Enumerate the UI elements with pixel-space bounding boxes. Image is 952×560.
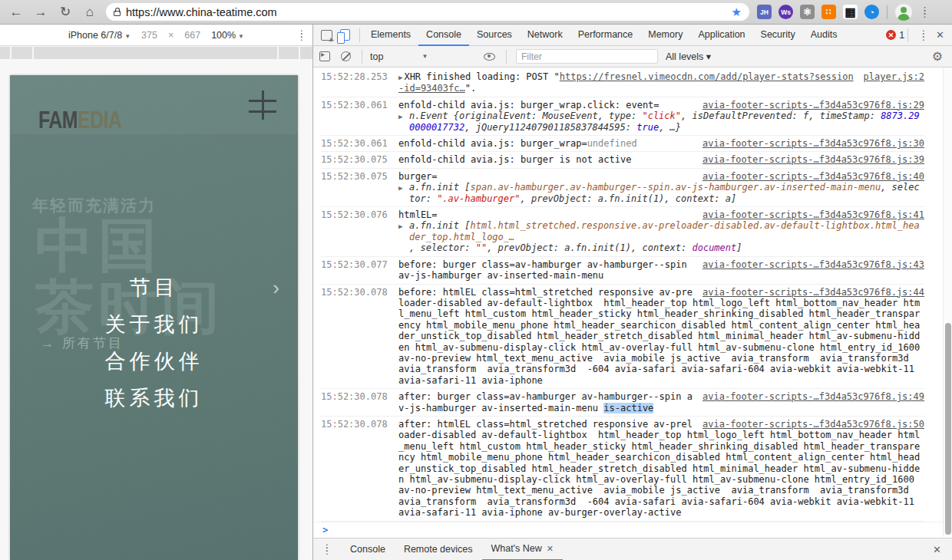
- jh-extension-icon[interactable]: JH: [757, 5, 772, 19]
- device-toolbar-menu-icon[interactable]: ⋮⋮: [297, 32, 306, 38]
- device-viewport: FAMEDIA 年轻而充满活力 中国 茶时间 → 所有节目 节目关于我们合作伙伴…: [10, 75, 298, 560]
- device-toolbar-toggle-icon[interactable]: [340, 29, 350, 41]
- message-text: after: htmlEL class=html_stretched respo…: [398, 419, 920, 518]
- device-select[interactable]: iPhone 6/7/8▼: [68, 30, 131, 41]
- console-message: 15:52:30.061avia-footer-scripts-…f3d4a53…: [321, 136, 924, 152]
- nav-item[interactable]: 节目: [10, 269, 298, 306]
- message-text: n.Event {originalEvent: MouseEvent, type…: [409, 110, 642, 121]
- inspect-element-icon[interactable]: [321, 30, 332, 41]
- logo-text-fam: FAM: [38, 107, 78, 134]
- toolbar-divider: [506, 50, 507, 64]
- tab-performance[interactable]: Performance: [570, 25, 641, 46]
- execution-context-select[interactable]: top ▼: [370, 51, 471, 62]
- message-text: , jQuery112407901185837844595:: [464, 122, 636, 133]
- message-text: enfold-child avia.js: burger is not acti…: [398, 154, 631, 165]
- expand-caret-icon[interactable]: ▶: [398, 183, 402, 193]
- expand-caret-icon[interactable]: ▶: [398, 111, 402, 122]
- drawer-close-icon[interactable]: ✕: [933, 544, 941, 555]
- source-link[interactable]: avia-footer-scripts-…f3d4a53c976f8.js:30: [702, 138, 924, 149]
- site-logo[interactable]: FAMEDIA: [38, 107, 122, 135]
- console-message: 15:52:30.078avia-footer-scripts-…f3d4a53…: [321, 389, 924, 417]
- tab-sources[interactable]: Sources: [469, 25, 520, 46]
- message-text: burger=: [398, 171, 438, 182]
- nav-item[interactable]: 联系我们: [10, 380, 298, 417]
- expand-caret-icon[interactable]: ▶: [398, 74, 402, 81]
- source-link[interactable]: avia-footer-scripts-…f3d4a53c976f8.js:29: [702, 100, 924, 110]
- drawer-tab-remote-devices[interactable]: Remote devices: [395, 539, 482, 560]
- devtools-menu-icon[interactable]: ⋮⋮: [919, 32, 928, 38]
- address-bar[interactable]: https://www.china-teatime.com ★: [106, 3, 749, 21]
- orange-extension-icon[interactable]: ∷: [821, 5, 836, 19]
- tab-elements[interactable]: Elements: [363, 25, 418, 46]
- message-text: , isDefaultPrevented:: [681, 110, 803, 121]
- message-text: ]: [736, 242, 742, 253]
- drawer-tab-console[interactable]: Console: [341, 539, 395, 560]
- drawer-tab-what-s-new[interactable]: What's New✕: [482, 539, 564, 560]
- device-height-field[interactable]: 667: [184, 30, 200, 41]
- message-timestamp: 15:52:30.078: [321, 391, 388, 413]
- blue-extension-icon[interactable]: ◔: [864, 5, 879, 19]
- nav-item[interactable]: 关于我们: [10, 306, 298, 343]
- home-icon[interactable]: ⌂: [81, 5, 98, 18]
- back-icon[interactable]: ←: [8, 5, 25, 18]
- browser-toolbar: ← → ↻ ⌂ https://www.china-teatime.com ★ …: [0, 0, 952, 25]
- tab-network[interactable]: Network: [520, 25, 570, 46]
- console-prompt[interactable]: >: [313, 522, 952, 538]
- message-body: player.js:2▶XHR finished loading: POST "…: [398, 71, 924, 94]
- expand-caret-icon[interactable]: ▶: [398, 221, 402, 232]
- message-timestamp: 15:52:28.253: [321, 71, 388, 94]
- console-message: 15:52:30.061avia-footer-scripts-…f3d4a53…: [321, 97, 924, 136]
- drawer-tab-close-icon[interactable]: ✕: [547, 538, 554, 559]
- console-scrollbar[interactable]: [943, 68, 952, 537]
- zoom-select[interactable]: 100%▼: [211, 30, 244, 41]
- tab-audits[interactable]: Audits: [803, 25, 845, 46]
- reload-icon[interactable]: ↻: [57, 5, 74, 18]
- tab-security[interactable]: Security: [753, 25, 803, 46]
- bookmark-star-icon[interactable]: ★: [732, 5, 742, 19]
- tab-memory[interactable]: Memory: [640, 25, 690, 46]
- object-preview: ▶a.fn.init [span.av-hamburger.av-hamburg…: [398, 182, 924, 204]
- scrollbar-thumb[interactable]: [945, 323, 951, 535]
- console-settings-gear-icon[interactable]: ⚙: [932, 49, 943, 64]
- devtools-close-icon[interactable]: ✕: [936, 29, 944, 41]
- message-text: document: [692, 242, 736, 253]
- qr-extension-icon[interactable]: ▦: [843, 5, 858, 19]
- message-body: avia-footer-scripts-…f3d4a53c976f8.js:41…: [398, 209, 924, 254]
- source-link[interactable]: player.js:2: [864, 71, 924, 82]
- source-link[interactable]: avia-footer-scripts-…f3d4a53c976f8.js:44: [702, 287, 924, 298]
- console-toolbar: top ▼ All levels ▾ ⚙: [313, 46, 952, 68]
- chevron-down-icon: ▼: [238, 33, 244, 40]
- ws-extension-icon[interactable]: Ws: [778, 5, 793, 19]
- log-levels-select[interactable]: All levels ▾: [666, 51, 711, 62]
- tabbar-divider: [907, 28, 908, 42]
- browser-menu-icon[interactable]: ⋮⋮: [920, 9, 929, 15]
- source-link[interactable]: avia-footer-scripts-…f3d4a53c976f8.js:50: [702, 419, 924, 430]
- device-emulation-pane: iPhone 6/7/8▼ 375 × 667 100%▼ ⋮⋮ FAMEDIA…: [0, 25, 313, 560]
- console-filter-input[interactable]: [516, 49, 658, 64]
- react-devtools-icon[interactable]: ⚛: [800, 5, 815, 19]
- source-link[interactable]: avia-footer-scripts-…f3d4a53c976f8.js:39: [702, 154, 924, 165]
- source-link[interactable]: avia-footer-scripts-…f3d4a53c976f8.js:40: [702, 171, 924, 182]
- clear-console-icon[interactable]: [341, 51, 351, 61]
- url-text[interactable]: https://www.china-teatime.com: [126, 6, 726, 18]
- message-text: , selector:: [409, 242, 476, 253]
- drawer-menu-icon[interactable]: ⋮⋮: [322, 546, 332, 552]
- source-link[interactable]: avia-footer-scripts-…f3d4a53c976f8.js:41: [702, 209, 924, 220]
- message-text: enfold-child avia.js: burger_wrap.click:…: [398, 100, 659, 110]
- device-width-field[interactable]: 375: [141, 30, 157, 41]
- tab-console[interactable]: Console: [418, 25, 469, 46]
- tab-application[interactable]: Application: [690, 25, 752, 46]
- forward-icon[interactable]: →: [32, 5, 49, 18]
- profile-avatar[interactable]: [895, 4, 912, 21]
- submenu-chevron-icon[interactable]: ›: [273, 276, 279, 300]
- source-link[interactable]: avia-footer-scripts-…f3d4a53c976f8.js:49: [702, 391, 924, 402]
- hamburger-menu-icon[interactable]: [249, 91, 276, 120]
- live-expression-eye-icon[interactable]: [484, 53, 495, 61]
- object-preview: ▶n.Event {originalEvent: MouseEvent, typ…: [398, 110, 924, 133]
- nav-item[interactable]: 合作伙伴: [10, 343, 298, 380]
- error-badge[interactable]: ✕ 1: [886, 30, 904, 41]
- source-link[interactable]: avia-footer-scripts-…f3d4a53c976f8.js:43: [702, 259, 924, 270]
- console-sidebar-icon[interactable]: [319, 51, 330, 61]
- message-timestamp: 15:52:30.075: [321, 171, 388, 204]
- mobile-nav-menu: 节目关于我们合作伙伴联系我们: [10, 269, 298, 417]
